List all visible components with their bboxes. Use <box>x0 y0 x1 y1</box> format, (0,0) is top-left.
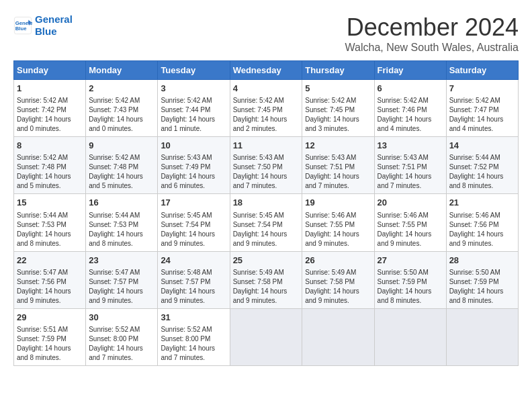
col-header-sunday: Sunday <box>14 61 86 80</box>
month-title: December 2024 <box>345 13 519 42</box>
day-detail: Sunrise: 5:52 AMSunset: 8:00 PMDaylight:… <box>161 325 226 363</box>
calendar-cell: 15Sunrise: 5:44 AMSunset: 7:53 PMDayligh… <box>14 194 86 251</box>
day-number: 8 <box>17 140 83 152</box>
day-number: 11 <box>233 140 300 152</box>
day-number: 25 <box>233 255 300 267</box>
day-detail: Sunrise: 5:44 AMSunset: 7:53 PMDaylight:… <box>17 211 83 248</box>
calendar-cell: 22Sunrise: 5:47 AMSunset: 7:56 PMDayligh… <box>14 251 86 308</box>
day-number: 23 <box>89 255 154 267</box>
logo-icon: General Blue <box>13 16 32 35</box>
day-number: 26 <box>305 255 371 267</box>
day-detail: Sunrise: 5:47 AMSunset: 7:56 PMDaylight:… <box>17 268 83 306</box>
col-header-wednesday: Wednesday <box>230 61 302 80</box>
day-number: 15 <box>17 197 83 209</box>
day-number: 22 <box>17 255 83 267</box>
calendar-cell: 7Sunrise: 5:42 AMSunset: 7:47 PMDaylight… <box>446 80 518 137</box>
calendar-cell: 30Sunrise: 5:52 AMSunset: 8:00 PMDayligh… <box>86 308 158 365</box>
week-row-1: 8Sunrise: 5:42 AMSunset: 7:48 PMDaylight… <box>14 137 519 194</box>
calendar-cell: 24Sunrise: 5:48 AMSunset: 7:57 PMDayligh… <box>158 251 230 308</box>
calendar-cell: 20Sunrise: 5:46 AMSunset: 7:55 PMDayligh… <box>374 194 446 251</box>
day-number: 31 <box>161 312 226 324</box>
day-detail: Sunrise: 5:42 AMSunset: 7:46 PMDaylight:… <box>378 96 443 134</box>
day-detail: Sunrise: 5:42 AMSunset: 7:42 PMDaylight:… <box>17 96 83 134</box>
day-detail: Sunrise: 5:43 AMSunset: 7:50 PMDaylight:… <box>233 153 300 191</box>
calendar-cell: 2Sunrise: 5:42 AMSunset: 7:43 PMDaylight… <box>86 80 158 137</box>
day-detail: Sunrise: 5:42 AMSunset: 7:45 PMDaylight:… <box>305 96 371 134</box>
day-detail: Sunrise: 5:46 AMSunset: 7:56 PMDaylight:… <box>449 211 515 248</box>
week-row-4: 29Sunrise: 5:51 AMSunset: 7:59 PMDayligh… <box>14 308 519 365</box>
day-number: 7 <box>449 83 515 95</box>
calendar-cell: 17Sunrise: 5:45 AMSunset: 7:54 PMDayligh… <box>158 194 230 251</box>
day-number: 17 <box>161 197 226 209</box>
day-number: 21 <box>449 197 515 209</box>
day-number: 20 <box>378 197 443 209</box>
logo-line1: General <box>35 13 73 26</box>
col-header-friday: Friday <box>374 61 446 80</box>
day-detail: Sunrise: 5:46 AMSunset: 7:55 PMDaylight:… <box>305 211 371 248</box>
day-number: 29 <box>17 312 83 324</box>
day-number: 6 <box>378 83 443 95</box>
day-number: 2 <box>89 83 154 95</box>
calendar-cell: 1Sunrise: 5:42 AMSunset: 7:42 PMDaylight… <box>14 80 86 137</box>
svg-text:Blue: Blue <box>15 26 27 32</box>
calendar-cell: 10Sunrise: 5:43 AMSunset: 7:49 PMDayligh… <box>158 137 230 194</box>
week-row-0: 1Sunrise: 5:42 AMSunset: 7:42 PMDaylight… <box>14 80 519 137</box>
day-number: 28 <box>449 255 515 267</box>
calendar-cell: 14Sunrise: 5:44 AMSunset: 7:52 PMDayligh… <box>446 137 518 194</box>
calendar-cell: 26Sunrise: 5:49 AMSunset: 7:58 PMDayligh… <box>302 251 374 308</box>
calendar-cell <box>374 308 446 365</box>
day-detail: Sunrise: 5:42 AMSunset: 7:43 PMDaylight:… <box>89 96 154 134</box>
calendar-cell: 28Sunrise: 5:50 AMSunset: 7:59 PMDayligh… <box>446 251 518 308</box>
calendar-cell: 12Sunrise: 5:43 AMSunset: 7:51 PMDayligh… <box>302 137 374 194</box>
logo: General Blue General Blue <box>13 13 73 38</box>
day-number: 3 <box>161 83 226 95</box>
day-number: 16 <box>89 197 154 209</box>
day-number: 14 <box>449 140 515 152</box>
day-detail: Sunrise: 5:50 AMSunset: 7:59 PMDaylight:… <box>449 268 515 306</box>
calendar-cell: 9Sunrise: 5:42 AMSunset: 7:48 PMDaylight… <box>86 137 158 194</box>
day-number: 5 <box>305 83 371 95</box>
day-detail: Sunrise: 5:50 AMSunset: 7:59 PMDaylight:… <box>378 268 443 306</box>
calendar-cell: 27Sunrise: 5:50 AMSunset: 7:59 PMDayligh… <box>374 251 446 308</box>
day-number: 4 <box>233 83 300 95</box>
day-detail: Sunrise: 5:45 AMSunset: 7:54 PMDaylight:… <box>233 211 300 248</box>
day-number: 30 <box>89 312 154 324</box>
col-header-tuesday: Tuesday <box>158 61 230 80</box>
day-detail: Sunrise: 5:46 AMSunset: 7:55 PMDaylight:… <box>378 211 443 248</box>
week-row-3: 22Sunrise: 5:47 AMSunset: 7:56 PMDayligh… <box>14 251 519 308</box>
location: Walcha, New South Wales, Australia <box>345 42 519 54</box>
calendar-cell: 18Sunrise: 5:45 AMSunset: 7:54 PMDayligh… <box>230 194 302 251</box>
calendar-cell: 31Sunrise: 5:52 AMSunset: 8:00 PMDayligh… <box>158 308 230 365</box>
day-detail: Sunrise: 5:45 AMSunset: 7:54 PMDaylight:… <box>161 211 226 248</box>
day-number: 27 <box>378 255 443 267</box>
day-number: 13 <box>378 140 443 152</box>
calendar-table: SundayMondayTuesdayWednesdayThursdayFrid… <box>13 60 519 366</box>
calendar-cell: 4Sunrise: 5:42 AMSunset: 7:45 PMDaylight… <box>230 80 302 137</box>
day-detail: Sunrise: 5:42 AMSunset: 7:44 PMDaylight:… <box>161 96 226 134</box>
day-detail: Sunrise: 5:42 AMSunset: 7:45 PMDaylight:… <box>233 96 300 134</box>
week-row-2: 15Sunrise: 5:44 AMSunset: 7:53 PMDayligh… <box>14 194 519 251</box>
day-detail: Sunrise: 5:42 AMSunset: 7:48 PMDaylight:… <box>17 153 83 191</box>
day-detail: Sunrise: 5:48 AMSunset: 7:57 PMDaylight:… <box>161 268 226 306</box>
day-detail: Sunrise: 5:43 AMSunset: 7:51 PMDaylight:… <box>305 153 371 191</box>
day-number: 10 <box>161 140 226 152</box>
day-number: 19 <box>305 197 371 209</box>
calendar-cell: 23Sunrise: 5:47 AMSunset: 7:57 PMDayligh… <box>86 251 158 308</box>
day-detail: Sunrise: 5:51 AMSunset: 7:59 PMDaylight:… <box>17 325 83 363</box>
day-detail: Sunrise: 5:42 AMSunset: 7:48 PMDaylight:… <box>89 153 154 191</box>
day-detail: Sunrise: 5:44 AMSunset: 7:52 PMDaylight:… <box>449 153 515 191</box>
title-area: December 2024 Walcha, New South Wales, A… <box>345 13 519 54</box>
day-detail: Sunrise: 5:44 AMSunset: 7:53 PMDaylight:… <box>89 211 154 248</box>
day-number: 1 <box>17 83 83 95</box>
calendar-cell <box>230 308 302 365</box>
col-header-thursday: Thursday <box>302 61 374 80</box>
day-detail: Sunrise: 5:47 AMSunset: 7:57 PMDaylight:… <box>89 268 154 306</box>
calendar-cell: 21Sunrise: 5:46 AMSunset: 7:56 PMDayligh… <box>446 194 518 251</box>
calendar-cell: 16Sunrise: 5:44 AMSunset: 7:53 PMDayligh… <box>86 194 158 251</box>
col-header-monday: Monday <box>86 61 158 80</box>
calendar-cell: 29Sunrise: 5:51 AMSunset: 7:59 PMDayligh… <box>14 308 86 365</box>
day-number: 18 <box>233 197 300 209</box>
calendar-cell: 11Sunrise: 5:43 AMSunset: 7:50 PMDayligh… <box>230 137 302 194</box>
calendar-cell <box>302 308 374 365</box>
col-header-saturday: Saturday <box>446 61 518 80</box>
